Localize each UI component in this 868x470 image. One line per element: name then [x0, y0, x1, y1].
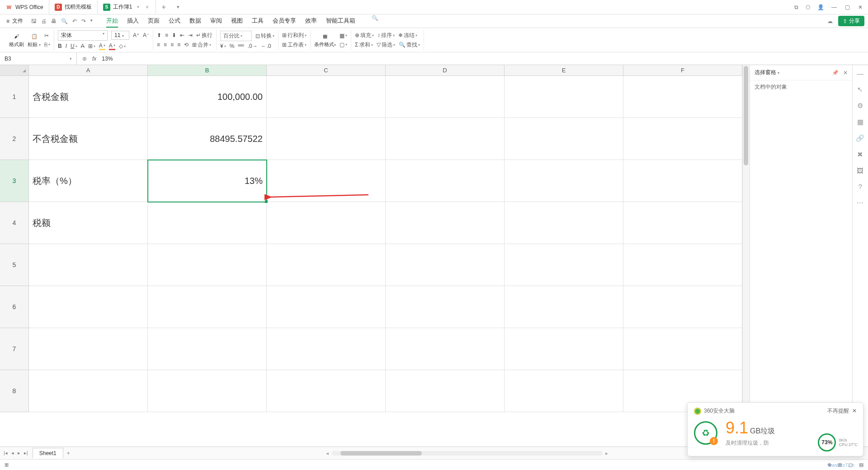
tab-template[interactable]: D 找稻壳模板	[49, 0, 98, 14]
tab-close-icon[interactable]: ×	[144, 4, 150, 10]
find-button[interactable]: 🔍查找▾	[399, 41, 420, 49]
cell-f4[interactable]	[623, 202, 742, 244]
cell-c3[interactable]	[267, 160, 386, 202]
row-header-7[interactable]: 7	[0, 328, 29, 370]
settings-rail-icon[interactable]: ⚙	[857, 102, 863, 110]
cell-e1[interactable]	[505, 76, 623, 118]
increase-decimal-button[interactable]: .0→	[248, 43, 258, 49]
cell-e5[interactable]	[505, 244, 623, 286]
view-break-icon[interactable]: ▤	[859, 462, 863, 468]
tab-page[interactable]: 页面	[148, 15, 160, 28]
tab-add-button[interactable]: +	[156, 3, 171, 11]
cell-d5[interactable]	[386, 244, 505, 286]
worksheet-button[interactable]: ⊞工作表▾	[282, 41, 307, 49]
merge-button[interactable]: ⊞合并▾	[192, 41, 211, 49]
align-left-button[interactable]: ≡	[157, 42, 160, 48]
align-middle-button[interactable]: ≡	[165, 32, 168, 38]
col-header-e[interactable]: E	[505, 65, 623, 76]
cell-c6[interactable]	[267, 286, 386, 328]
cell-c7[interactable]	[267, 328, 386, 370]
cell-b3[interactable]: 13%	[148, 160, 267, 202]
paste-button[interactable]: 📋粘贴 ▾	[28, 32, 41, 48]
row-header-6[interactable]: 6	[0, 286, 29, 328]
indent-left-button[interactable]: ⇤	[180, 32, 184, 38]
cell-b6[interactable]	[148, 286, 267, 328]
fx-icon[interactable]: fx	[92, 56, 96, 62]
cell-f2[interactable]	[623, 118, 742, 160]
sum-button[interactable]: Σ求和▾	[355, 41, 373, 49]
close-button[interactable]: ✕	[858, 4, 863, 10]
tab-list-button[interactable]: ▾	[171, 4, 185, 10]
save-icon[interactable]: 🖫	[31, 18, 37, 24]
freeze-button[interactable]: ❄冻结▾	[398, 32, 417, 39]
hscroll-thumb[interactable]	[340, 451, 422, 456]
fill-button[interactable]: ⊕填充▾	[355, 32, 374, 39]
border-button[interactable]: ⊞▾	[88, 43, 95, 49]
col-header-c[interactable]: C	[267, 65, 386, 76]
cell-a2[interactable]: 不含税金额	[29, 118, 148, 160]
cell-c2[interactable]	[267, 118, 386, 160]
format-brush-button[interactable]: 🖌格式刷	[9, 32, 24, 48]
filter-button[interactable]: ▽筛选▾	[377, 41, 395, 49]
row-header-2[interactable]: 2	[0, 118, 29, 160]
cell-a6[interactable]	[29, 286, 148, 328]
cell-a5[interactable]	[29, 244, 148, 286]
font-family-select[interactable]: 宋体 ▾	[58, 30, 108, 41]
cell-a4[interactable]: 税额	[29, 202, 148, 244]
zoom-icon[interactable]: ⊕	[82, 56, 87, 62]
percent-button[interactable]: %	[230, 43, 235, 49]
tab-workbook[interactable]: S 工作簿1 • ×	[98, 0, 156, 14]
align-center-button[interactable]: ≡	[164, 42, 167, 48]
cell-d7[interactable]	[386, 328, 505, 370]
file-menu[interactable]: ≡ 文件	[4, 17, 26, 25]
cell-b4[interactable]	[148, 202, 267, 244]
convert-button[interactable]: ⊡转换▾	[255, 32, 274, 40]
cell-a7[interactable]	[29, 328, 148, 370]
horizontal-scrollbar[interactable]	[331, 451, 603, 456]
row-header-5[interactable]: 5	[0, 244, 29, 286]
cloud-icon[interactable]: ☁	[827, 18, 833, 24]
underline-button[interactable]: U▾	[71, 43, 77, 49]
image-rail-icon[interactable]: 🖼	[857, 167, 863, 174]
row-header-8[interactable]: 8	[0, 370, 29, 412]
cell-f6[interactable]	[623, 286, 742, 328]
comma-button[interactable]: ººº	[238, 43, 244, 49]
rowcol-button[interactable]: ⊞行和列▾	[282, 32, 307, 39]
layers-rail-icon[interactable]: ▦	[857, 118, 863, 126]
formula-input[interactable]: 13%	[102, 56, 113, 62]
hscroll-left-icon[interactable]: ◂	[326, 450, 329, 456]
cell-e2[interactable]	[505, 118, 623, 160]
link-rail-icon[interactable]: 🔗	[856, 134, 864, 142]
cell-b2[interactable]: 88495.57522	[148, 118, 267, 160]
cell-b8[interactable]	[148, 370, 267, 412]
select-all-corner[interactable]	[0, 65, 29, 76]
sheet-next-icon[interactable]: ▸	[18, 450, 20, 456]
fill-color-button[interactable]: A▾	[99, 42, 105, 50]
col-header-b[interactable]: B	[148, 65, 267, 76]
redo-icon[interactable]: ↷	[81, 18, 86, 24]
popup-close-icon[interactable]: ✕	[852, 408, 857, 414]
cell-f5[interactable]	[623, 244, 742, 286]
cell-c1[interactable]	[267, 76, 386, 118]
wrap-text-button[interactable]: ↵换行	[196, 32, 212, 39]
preview-icon[interactable]: 🔍	[61, 18, 68, 24]
close-pane-icon[interactable]: ✕	[843, 70, 848, 76]
cell-d8[interactable]	[386, 370, 505, 412]
minimize-button[interactable]: —	[831, 4, 837, 10]
font-size-select[interactable]: 11 ▾	[111, 31, 129, 40]
cell-style-button[interactable]: ▢▾	[340, 42, 347, 48]
export-icon[interactable]: 🖨	[41, 18, 47, 24]
cell-a3[interactable]: 税率（%）	[29, 160, 148, 202]
strikethrough-button[interactable]: A	[81, 43, 85, 49]
collapse-rail-icon[interactable]: —	[857, 70, 863, 77]
maximize-button[interactable]: ▢	[845, 4, 850, 10]
tab-view[interactable]: 视图	[231, 15, 243, 28]
popup-dismiss-link[interactable]: 不再提醒	[827, 408, 849, 414]
sheet-last-icon[interactable]: ▸|	[24, 450, 28, 456]
search-icon[interactable]: 🔍	[372, 15, 378, 28]
bold-button[interactable]: B	[58, 43, 62, 49]
cell-b5[interactable]	[148, 244, 267, 286]
align-bottom-button[interactable]: ⬇	[172, 32, 176, 38]
sheet-tab-1[interactable]: Sheet1	[33, 448, 63, 458]
cell-b1[interactable]: 100,000.00	[148, 76, 267, 118]
